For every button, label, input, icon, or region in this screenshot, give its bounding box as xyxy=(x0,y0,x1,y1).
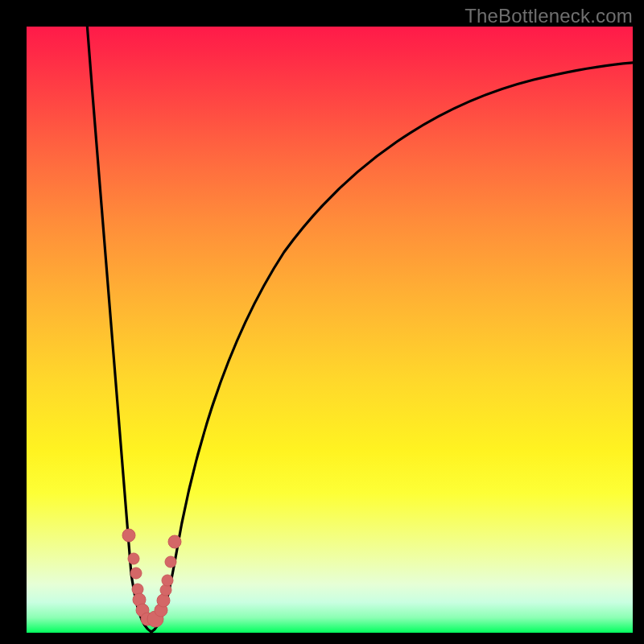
marker-dot xyxy=(165,556,176,568)
marker-dot xyxy=(122,529,135,542)
curve-right-branch xyxy=(151,62,633,632)
marker-dot xyxy=(130,568,142,579)
marker-dot xyxy=(128,553,139,564)
plot-area xyxy=(27,27,633,633)
chart-frame: TheBottleneck.com xyxy=(0,0,644,644)
marker-dot xyxy=(168,535,181,548)
curve-left-branch xyxy=(87,27,151,632)
curve-layer xyxy=(27,27,633,633)
marker-dot xyxy=(157,594,170,607)
watermark-text: TheBottleneck.com xyxy=(464,5,633,27)
marker-dot xyxy=(162,575,173,586)
